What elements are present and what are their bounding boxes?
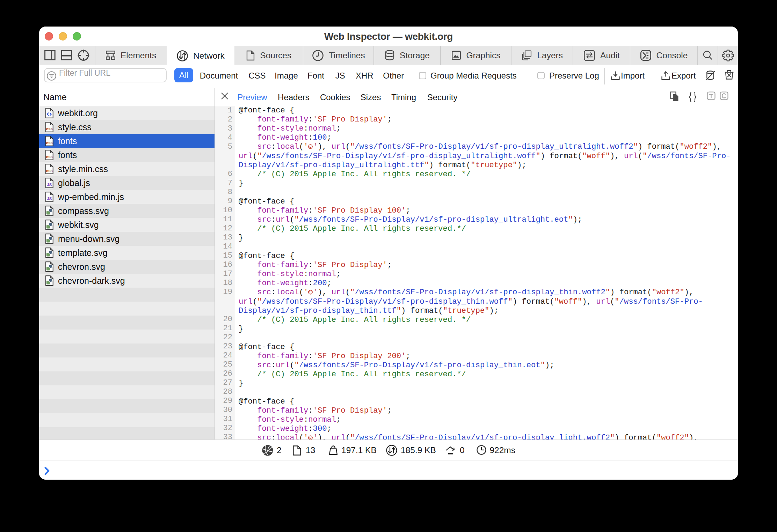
- svg-text:css: css: [46, 155, 53, 159]
- svg-text:JS: JS: [47, 197, 52, 201]
- svg-text:css: css: [46, 169, 53, 173]
- svg-text:css: css: [46, 127, 53, 131]
- svg-text:css: css: [46, 141, 53, 145]
- svg-text:JS: JS: [47, 183, 52, 187]
